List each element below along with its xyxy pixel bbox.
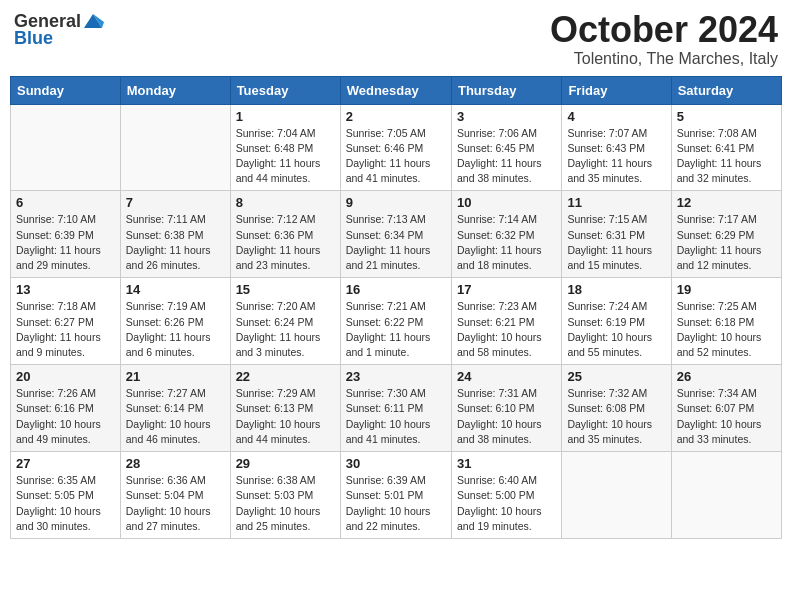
day-info: Sunrise: 7:30 AM Sunset: 6:11 PM Dayligh…	[346, 386, 446, 447]
calendar-cell: 8Sunrise: 7:12 AM Sunset: 6:36 PM Daylig…	[230, 191, 340, 278]
day-number: 31	[457, 456, 556, 471]
calendar-cell: 18Sunrise: 7:24 AM Sunset: 6:19 PM Dayli…	[562, 278, 671, 365]
day-info: Sunrise: 7:21 AM Sunset: 6:22 PM Dayligh…	[346, 299, 446, 360]
calendar-cell	[671, 452, 781, 539]
day-info: Sunrise: 7:11 AM Sunset: 6:38 PM Dayligh…	[126, 212, 225, 273]
day-info: Sunrise: 7:12 AM Sunset: 6:36 PM Dayligh…	[236, 212, 335, 273]
page-header: General Blue October 2024 Tolentino, The…	[10, 10, 782, 68]
day-info: Sunrise: 7:23 AM Sunset: 6:21 PM Dayligh…	[457, 299, 556, 360]
day-number: 23	[346, 369, 446, 384]
calendar-cell: 5Sunrise: 7:08 AM Sunset: 6:41 PM Daylig…	[671, 104, 781, 191]
day-info: Sunrise: 7:17 AM Sunset: 6:29 PM Dayligh…	[677, 212, 776, 273]
calendar-cell: 3Sunrise: 7:06 AM Sunset: 6:45 PM Daylig…	[451, 104, 561, 191]
day-info: Sunrise: 7:24 AM Sunset: 6:19 PM Dayligh…	[567, 299, 665, 360]
day-number: 20	[16, 369, 115, 384]
calendar-header-monday: Monday	[120, 76, 230, 104]
day-number: 2	[346, 109, 446, 124]
day-number: 30	[346, 456, 446, 471]
calendar-cell: 1Sunrise: 7:04 AM Sunset: 6:48 PM Daylig…	[230, 104, 340, 191]
location-title: Tolentino, The Marches, Italy	[550, 50, 778, 68]
calendar-header-row: SundayMondayTuesdayWednesdayThursdayFrid…	[11, 76, 782, 104]
calendar-cell: 10Sunrise: 7:14 AM Sunset: 6:32 PM Dayli…	[451, 191, 561, 278]
calendar-cell: 14Sunrise: 7:19 AM Sunset: 6:26 PM Dayli…	[120, 278, 230, 365]
day-info: Sunrise: 6:39 AM Sunset: 5:01 PM Dayligh…	[346, 473, 446, 534]
logo-icon	[82, 10, 104, 32]
calendar-cell	[120, 104, 230, 191]
calendar-cell: 24Sunrise: 7:31 AM Sunset: 6:10 PM Dayli…	[451, 365, 561, 452]
day-number: 11	[567, 195, 665, 210]
calendar-cell: 15Sunrise: 7:20 AM Sunset: 6:24 PM Dayli…	[230, 278, 340, 365]
day-info: Sunrise: 7:34 AM Sunset: 6:07 PM Dayligh…	[677, 386, 776, 447]
day-number: 27	[16, 456, 115, 471]
calendar-cell: 11Sunrise: 7:15 AM Sunset: 6:31 PM Dayli…	[562, 191, 671, 278]
calendar-header-thursday: Thursday	[451, 76, 561, 104]
day-number: 1	[236, 109, 335, 124]
day-number: 5	[677, 109, 776, 124]
calendar-header-saturday: Saturday	[671, 76, 781, 104]
calendar-cell: 26Sunrise: 7:34 AM Sunset: 6:07 PM Dayli…	[671, 365, 781, 452]
day-number: 8	[236, 195, 335, 210]
day-number: 24	[457, 369, 556, 384]
calendar-cell: 4Sunrise: 7:07 AM Sunset: 6:43 PM Daylig…	[562, 104, 671, 191]
day-number: 15	[236, 282, 335, 297]
day-number: 3	[457, 109, 556, 124]
day-info: Sunrise: 7:31 AM Sunset: 6:10 PM Dayligh…	[457, 386, 556, 447]
calendar-cell: 28Sunrise: 6:36 AM Sunset: 5:04 PM Dayli…	[120, 452, 230, 539]
calendar-header-tuesday: Tuesday	[230, 76, 340, 104]
day-number: 16	[346, 282, 446, 297]
calendar-cell: 19Sunrise: 7:25 AM Sunset: 6:18 PM Dayli…	[671, 278, 781, 365]
title-block: October 2024 Tolentino, The Marches, Ita…	[550, 10, 778, 68]
calendar-header-wednesday: Wednesday	[340, 76, 451, 104]
day-info: Sunrise: 7:05 AM Sunset: 6:46 PM Dayligh…	[346, 126, 446, 187]
day-info: Sunrise: 6:38 AM Sunset: 5:03 PM Dayligh…	[236, 473, 335, 534]
day-info: Sunrise: 7:25 AM Sunset: 6:18 PM Dayligh…	[677, 299, 776, 360]
day-info: Sunrise: 7:04 AM Sunset: 6:48 PM Dayligh…	[236, 126, 335, 187]
calendar-cell: 12Sunrise: 7:17 AM Sunset: 6:29 PM Dayli…	[671, 191, 781, 278]
calendar-cell: 30Sunrise: 6:39 AM Sunset: 5:01 PM Dayli…	[340, 452, 451, 539]
day-number: 29	[236, 456, 335, 471]
logo-blue-text: Blue	[14, 28, 53, 49]
calendar-cell: 9Sunrise: 7:13 AM Sunset: 6:34 PM Daylig…	[340, 191, 451, 278]
calendar-week-3: 13Sunrise: 7:18 AM Sunset: 6:27 PM Dayli…	[11, 278, 782, 365]
day-number: 19	[677, 282, 776, 297]
day-info: Sunrise: 7:29 AM Sunset: 6:13 PM Dayligh…	[236, 386, 335, 447]
day-info: Sunrise: 7:13 AM Sunset: 6:34 PM Dayligh…	[346, 212, 446, 273]
day-number: 17	[457, 282, 556, 297]
calendar-cell	[11, 104, 121, 191]
day-info: Sunrise: 7:10 AM Sunset: 6:39 PM Dayligh…	[16, 212, 115, 273]
day-number: 22	[236, 369, 335, 384]
day-number: 28	[126, 456, 225, 471]
day-info: Sunrise: 7:26 AM Sunset: 6:16 PM Dayligh…	[16, 386, 115, 447]
logo: General Blue	[14, 10, 104, 49]
calendar-week-5: 27Sunrise: 6:35 AM Sunset: 5:05 PM Dayli…	[11, 452, 782, 539]
calendar-cell: 29Sunrise: 6:38 AM Sunset: 5:03 PM Dayli…	[230, 452, 340, 539]
day-number: 9	[346, 195, 446, 210]
day-number: 12	[677, 195, 776, 210]
day-number: 10	[457, 195, 556, 210]
day-info: Sunrise: 6:36 AM Sunset: 5:04 PM Dayligh…	[126, 473, 225, 534]
calendar-table: SundayMondayTuesdayWednesdayThursdayFrid…	[10, 76, 782, 539]
calendar-cell: 6Sunrise: 7:10 AM Sunset: 6:39 PM Daylig…	[11, 191, 121, 278]
day-info: Sunrise: 7:07 AM Sunset: 6:43 PM Dayligh…	[567, 126, 665, 187]
day-info: Sunrise: 7:08 AM Sunset: 6:41 PM Dayligh…	[677, 126, 776, 187]
day-number: 21	[126, 369, 225, 384]
day-number: 25	[567, 369, 665, 384]
calendar-week-4: 20Sunrise: 7:26 AM Sunset: 6:16 PM Dayli…	[11, 365, 782, 452]
day-number: 18	[567, 282, 665, 297]
day-info: Sunrise: 7:14 AM Sunset: 6:32 PM Dayligh…	[457, 212, 556, 273]
day-info: Sunrise: 7:15 AM Sunset: 6:31 PM Dayligh…	[567, 212, 665, 273]
calendar-cell: 2Sunrise: 7:05 AM Sunset: 6:46 PM Daylig…	[340, 104, 451, 191]
calendar-cell: 23Sunrise: 7:30 AM Sunset: 6:11 PM Dayli…	[340, 365, 451, 452]
calendar-cell: 20Sunrise: 7:26 AM Sunset: 6:16 PM Dayli…	[11, 365, 121, 452]
month-title: October 2024	[550, 10, 778, 50]
day-info: Sunrise: 6:35 AM Sunset: 5:05 PM Dayligh…	[16, 473, 115, 534]
calendar-cell: 17Sunrise: 7:23 AM Sunset: 6:21 PM Dayli…	[451, 278, 561, 365]
day-number: 4	[567, 109, 665, 124]
calendar-week-2: 6Sunrise: 7:10 AM Sunset: 6:39 PM Daylig…	[11, 191, 782, 278]
day-info: Sunrise: 7:19 AM Sunset: 6:26 PM Dayligh…	[126, 299, 225, 360]
calendar-cell: 31Sunrise: 6:40 AM Sunset: 5:00 PM Dayli…	[451, 452, 561, 539]
day-info: Sunrise: 7:27 AM Sunset: 6:14 PM Dayligh…	[126, 386, 225, 447]
day-info: Sunrise: 7:20 AM Sunset: 6:24 PM Dayligh…	[236, 299, 335, 360]
day-info: Sunrise: 7:06 AM Sunset: 6:45 PM Dayligh…	[457, 126, 556, 187]
day-info: Sunrise: 7:18 AM Sunset: 6:27 PM Dayligh…	[16, 299, 115, 360]
